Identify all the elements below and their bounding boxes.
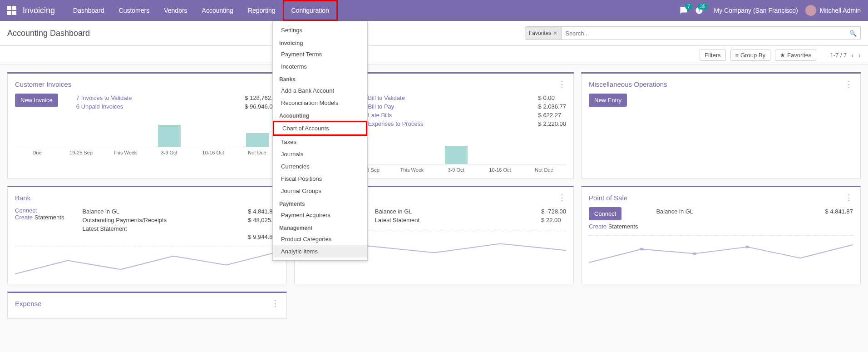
dd-settings[interactable]: Settings [273,24,367,36]
search-icon[interactable]: 🔍 [846,30,860,37]
remove-chip-icon[interactable]: ✕ [553,30,557,36]
chat-icon[interactable]: 7 [680,6,688,15]
card-title-text: Customer Invoices [15,80,71,88]
subheader: Accounting Dashboard Favorites ✕ 🔍 [0,21,868,46]
pager-text: 1-7 / 7 [830,52,847,59]
card-menu-icon[interactable]: ⋮ [271,298,279,308]
user-name: Mitchell Admin [820,7,861,14]
card-point-of-sale: Point of Sale ⋮ Connect Create Statement… [581,186,861,284]
dd-payment-terms[interactable]: Payment Terms [273,48,367,60]
invoices-to-validate-link[interactable]: 7 Invoices to Validate [76,94,132,101]
dd-incoterms[interactable]: Incoterms [273,60,367,73]
chart-label: Not Due [522,167,566,173]
configuration-dropdown: Settings Invoicing Payment Terms Incoter… [272,21,368,261]
pos-create-link[interactable]: Create [589,223,607,230]
late-bills-amount: $ 622.27 [538,112,562,119]
dd-header-management: Management [273,221,367,233]
card-customer-invoices: Customer Invoices ⋮ New Invoice 7 Invoic… [7,72,287,178]
activity-badge: 35 [698,4,707,10]
nav-configuration[interactable]: Configuration [283,0,338,21]
brand-title: Invoicing [23,6,55,15]
pager-prev-icon[interactable]: ‹ [851,51,853,59]
bank-create-link[interactable]: Create [15,214,33,221]
dd-product-categories[interactable]: Product Categories [273,233,367,245]
bill-to-validate-link[interactable]: 1 Bill to Validate [363,94,405,101]
pos-balance-label: Balance in GL [656,208,693,215]
nav-customers[interactable]: Customers [112,0,157,21]
bank-balance-amount: $ 4,841.87 [248,208,276,215]
dd-journals[interactable]: Journals [273,148,367,160]
dd-header-invoicing: Invoicing [273,36,367,48]
bank-connect-link[interactable]: Connect [15,207,37,214]
chart-label: 3-9 Oct [147,150,191,155]
chart-label: Due [15,150,59,155]
nav-dashboard[interactable]: Dashboard [66,0,112,21]
nav-vendors[interactable]: Vendors [157,0,194,21]
card-menu-icon[interactable]: ⋮ [558,193,566,203]
dd-header-banks: Banks [273,73,367,84]
dd-journal-groups[interactable]: Journal Groups [273,185,367,197]
unpaid-invoices-link[interactable]: 6 Unpaid Invoices [76,103,123,110]
new-entry-button[interactable]: New Entry [589,94,627,107]
card-expense: Expense ⋮ [7,292,287,319]
avatar [805,5,816,16]
svg-point-1 [692,252,696,255]
filters-button[interactable]: Filters [700,50,725,61]
chart-label: 19-25 Sep [59,150,103,155]
dd-add-bank[interactable]: Add a Bank Account [273,84,367,97]
chart-label: This Week [103,150,147,155]
svg-point-2 [745,246,750,248]
user-menu[interactable]: Mitchell Admin [805,5,861,16]
new-invoice-button[interactable]: New Invoice [15,94,58,107]
card-title-text: Bank [15,194,30,202]
nav-accounting[interactable]: Accounting [195,0,241,21]
dd-chart-of-accounts[interactable]: Chart of Accounts [273,121,367,136]
card-menu-icon[interactable]: ⋮ [558,79,566,89]
main-navbar: Invoicing Dashboard Customers Vendors Ac… [0,0,868,21]
favorites-button[interactable]: ★ Favorites [775,50,816,61]
dd-reconciliation[interactable]: Reconciliation Models [273,97,367,109]
bank-latest-label: Latest Statement [82,225,127,232]
search-chip-label: Favorites [529,30,551,36]
pos-balance-amount: $ 4,841.87 [825,208,853,215]
search-box[interactable]: Favorites ✕ 🔍 [525,26,861,40]
bank-line-chart [15,247,279,278]
chart-label: 3-9 Oct [434,167,478,173]
pos-statements-word: Statements [608,223,638,230]
customer-invoices-chart [15,120,279,147]
groupby-button[interactable]: ≡ Group By [730,50,771,61]
card-title-text: Expense [15,300,41,307]
dd-header-accounting: Accounting [273,109,367,121]
card-menu-icon[interactable]: ⋮ [845,79,853,89]
company-selector[interactable]: My Company (San Francisco) [714,7,798,14]
dd-currencies[interactable]: Currencies [273,160,367,173]
bank-outstanding-label: Outstanding Payments/Receipts [82,217,167,223]
search-input[interactable] [562,30,846,37]
dd-analytic-items[interactable]: Analytic Items [273,245,367,258]
chat-badge: 7 [685,4,692,10]
groupby-label: Group By [740,52,765,59]
page-title: Accounting Dashboard [7,29,90,38]
expenses-to-process-amount: $ 2,220.00 [538,120,566,127]
dd-payment-acquirers[interactable]: Payment Acquirers [273,209,367,221]
apps-icon[interactable] [7,6,16,15]
svg-point-0 [640,248,644,251]
activity-icon[interactable]: 35 [695,6,703,15]
card-title-text: Point of Sale [589,194,627,202]
pager-next-icon[interactable]: › [858,51,861,59]
dd-fiscal-positions[interactable]: Fiscal Positions [273,173,367,185]
search-chip-favorites[interactable]: Favorites ✕ [525,27,562,40]
cash-latest-amount: $ 22.00 [541,217,561,223]
nav-reporting[interactable]: Reporting [241,0,283,21]
bank-latest-amount: $ 9,944.87 [248,233,276,240]
pos-connect-button[interactable]: Connect [589,207,621,220]
pos-line-chart [589,235,853,267]
filters-label: Filters [705,52,720,59]
dd-taxes[interactable]: Taxes [273,136,367,148]
bank-statements-word: Statements [35,214,64,221]
expenses-to-process-link[interactable]: 1 Expenses to Process [363,120,424,127]
bill-to-validate-amount: $ 0.00 [538,94,555,101]
card-misc-operations: Miscellaneous Operations ⋮ New Entry [581,72,861,178]
card-menu-icon[interactable]: ⋮ [845,193,853,203]
chart-label: 10-16 Oct [478,167,522,173]
